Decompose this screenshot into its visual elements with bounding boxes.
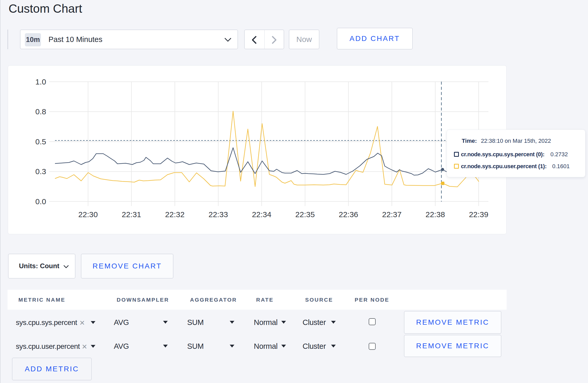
svg-text:22:33: 22:33 (208, 210, 228, 219)
svg-text:22:32: 22:32 (165, 210, 185, 219)
svg-text:22:35: 22:35 (295, 210, 315, 219)
svg-text:1.0: 1.0 (35, 77, 46, 86)
svg-text:0.8: 0.8 (35, 107, 46, 116)
svg-text:22:37: 22:37 (382, 210, 402, 219)
svg-text:22:39: 22:39 (469, 210, 488, 219)
svg-text:0.5: 0.5 (35, 137, 46, 146)
svg-text:0.0: 0.0 (35, 197, 46, 206)
svg-text:22:36: 22:36 (339, 210, 358, 219)
svg-text:22:30: 22:30 (78, 210, 98, 219)
svg-text:22:34: 22:34 (252, 210, 271, 219)
svg-text:22:38: 22:38 (425, 210, 445, 219)
svg-text:0.3: 0.3 (35, 167, 46, 176)
svg-text:22:31: 22:31 (122, 210, 141, 219)
